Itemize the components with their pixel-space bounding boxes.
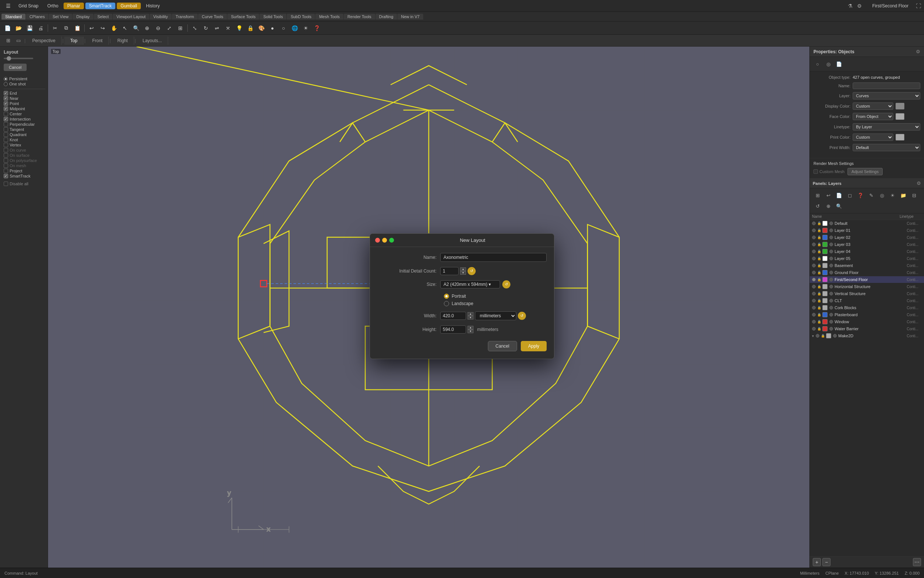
landscape-radio[interactable]: [444, 301, 449, 306]
ortho-btn[interactable]: Ortho: [44, 3, 62, 9]
width-down[interactable]: ▼: [468, 316, 473, 320]
layer-select[interactable]: Curves: [853, 92, 920, 99]
gumball-btn[interactable]: Gumball: [117, 3, 141, 9]
face-color-select[interactable]: From Object: [853, 113, 893, 120]
layer-row-plaster[interactable]: 🔒 Plasterboard Conti...: [810, 312, 924, 318]
size-dropdown[interactable]: A2 (420mm x 594mm) ▾: [440, 280, 500, 289]
layer-row-02[interactable]: 🔒 Layer 02 Conti...: [810, 234, 924, 241]
layer-color-02[interactable]: [822, 235, 827, 240]
paste-icon[interactable]: 📋: [72, 23, 83, 33]
disable-all-item[interactable]: Disable all: [2, 182, 45, 186]
adjust-settings-btn[interactable]: Adjust Settings: [848, 168, 883, 175]
snap-tangent[interactable]: Tangent: [2, 127, 45, 132]
layer-row-default[interactable]: 🔒 Default Conti...: [810, 220, 924, 227]
disable-all-check[interactable]: [4, 182, 8, 186]
snap-quadrant[interactable]: Quadrant: [2, 132, 45, 137]
properties-gear-icon[interactable]: ⚙: [916, 49, 920, 54]
detail-count-gold-btn[interactable]: ↺: [468, 267, 476, 275]
sidebar-slider[interactable]: [4, 58, 33, 59]
select-icon[interactable]: ↖: [120, 23, 130, 33]
prop-material-icon[interactable]: ◎: [824, 59, 833, 69]
minimize-window-btn[interactable]: [382, 238, 387, 243]
linetype-select[interactable]: By Layer: [853, 123, 920, 130]
tab-transform[interactable]: Transform: [172, 14, 198, 19]
vp-tab-layouts[interactable]: Layouts...: [137, 37, 168, 45]
layer-print-02[interactable]: [829, 235, 833, 239]
layer-vis-02[interactable]: [812, 235, 816, 239]
undo-icon[interactable]: ↩: [86, 23, 97, 33]
zoom-in-icon[interactable]: ⊕: [142, 23, 152, 33]
tab-solid-tools[interactable]: Solid Tools: [259, 14, 286, 19]
height-up[interactable]: ▲: [468, 326, 473, 330]
display-color-swatch[interactable]: [895, 103, 905, 109]
tab-drafting[interactable]: Drafting: [375, 14, 397, 19]
size-gold-btn[interactable]: ↺: [502, 280, 510, 289]
cut-icon[interactable]: ✂: [50, 23, 60, 33]
maximize-icon[interactable]: ⛶: [916, 3, 921, 9]
snap-on-surface[interactable]: On surface: [2, 153, 45, 158]
open-file-icon[interactable]: 📂: [13, 23, 24, 33]
vp-tab-top[interactable]: Top: [64, 37, 84, 45]
snap-intersection[interactable]: ✓ Intersection: [2, 117, 45, 122]
layer-vis-01[interactable]: [812, 229, 816, 232]
layer-row-cork[interactable]: 🔒 Cork Blocks Conti...: [810, 304, 924, 312]
tab-visibility[interactable]: Visibility: [150, 14, 172, 19]
snap-knot[interactable]: Knot: [2, 137, 45, 142]
tab-surface-tools[interactable]: Surface Tools: [227, 14, 259, 19]
layer-row-01[interactable]: 🔒 Layer 01 Conti...: [810, 227, 924, 234]
zoom-fit-icon[interactable]: ⤢: [164, 23, 175, 33]
width-up[interactable]: ▲: [468, 312, 473, 316]
tab-cplanes[interactable]: CPlanes: [26, 14, 49, 19]
snap-near-check[interactable]: ✓: [4, 96, 8, 101]
scale-icon[interactable]: ⤧: [223, 23, 233, 33]
layer-visibility-default[interactable]: [812, 221, 816, 225]
layer-icon-2[interactable]: ↩: [824, 190, 833, 200]
tab-display[interactable]: Display: [73, 14, 93, 19]
snap-perpendicular-check[interactable]: [4, 122, 8, 127]
layer-print-01[interactable]: [829, 229, 833, 232]
remove-layer-btn[interactable]: −: [822, 558, 830, 566]
light-icon[interactable]: 💡: [234, 23, 244, 33]
snap-knot-check[interactable]: [4, 138, 8, 142]
layer-row-vert[interactable]: 🔒 Vertical Structure Conti...: [810, 290, 924, 297]
snap-center-check[interactable]: [4, 112, 8, 116]
tab-select[interactable]: Select: [94, 14, 113, 19]
width-unit-select[interactable]: millimeters inches: [475, 312, 516, 320]
layer-print-04[interactable]: [829, 250, 833, 253]
layer-vis-04[interactable]: [812, 250, 816, 253]
snap-point[interactable]: ✓ Point: [2, 101, 45, 106]
layer-print-05[interactable]: [829, 257, 833, 260]
snap-vertex[interactable]: Vertex: [2, 142, 45, 148]
snap-on-mesh-check[interactable]: [4, 164, 8, 168]
render-icon[interactable]: 🌐: [290, 23, 300, 33]
search-icon[interactable]: 🔍: [131, 23, 141, 33]
rotate-icon[interactable]: ↻: [201, 23, 211, 33]
save-icon[interactable]: 💾: [24, 23, 35, 33]
snap-oneshot-radio[interactable]: [4, 82, 8, 86]
tab-curve-tools[interactable]: Curve Tools: [198, 14, 227, 19]
grid-snap-btn[interactable]: Grid Snap: [15, 3, 42, 9]
filter-icon[interactable]: ⚗: [848, 3, 853, 9]
snap-on-surface-check[interactable]: [4, 153, 8, 157]
custom-mesh-checkbox[interactable]: [814, 169, 818, 174]
zoom-out-icon[interactable]: ⊖: [153, 23, 163, 33]
layer-icon-3[interactable]: 📄: [834, 190, 844, 200]
lock-icon[interactable]: 🔒: [245, 23, 256, 33]
layer-vis-05[interactable]: [812, 257, 816, 260]
sphere-icon[interactable]: ●: [267, 23, 278, 33]
snap-on-mesh[interactable]: On mesh: [2, 163, 45, 168]
layer-color-03[interactable]: [822, 242, 827, 247]
width-input[interactable]: [440, 312, 466, 320]
layer-icon-5[interactable]: ❓: [856, 190, 865, 200]
snap-persistent-radio[interactable]: [4, 77, 8, 81]
layers-gear-icon[interactable]: ⚙: [917, 180, 921, 186]
snap-project-check[interactable]: [4, 169, 8, 173]
sidebar-cancel-btn[interactable]: Cancel: [4, 63, 27, 71]
snap-end-check[interactable]: ✓: [4, 91, 8, 96]
snap-center[interactable]: Center: [2, 111, 45, 117]
snap-end[interactable]: ✓ End: [2, 91, 45, 96]
layer-print-default[interactable]: [829, 221, 833, 225]
close-window-btn[interactable]: [375, 238, 380, 243]
layer-icon-12[interactable]: ⊕: [824, 201, 833, 211]
modal-cancel-btn[interactable]: Cancel: [488, 341, 517, 351]
